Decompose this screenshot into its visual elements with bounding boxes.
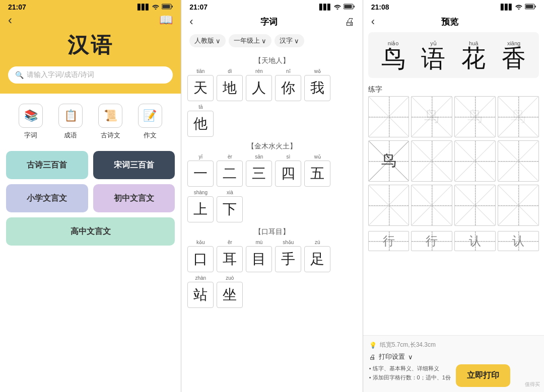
- practice-cell: 行: [411, 231, 452, 251]
- chengYu-icon: 📋: [58, 104, 83, 128]
- footer-bullets: • 练字、基本释义、详细释义 • 添加田字格行数：0；适中、1份: [369, 364, 451, 382]
- char-item[interactable]: dì 地: [217, 68, 243, 101]
- menu-ziCi[interactable]: 📚 字词: [19, 104, 43, 140]
- char-item[interactable]: rén 人: [246, 68, 272, 101]
- zuoWen-icon: 📝: [138, 104, 162, 128]
- watermark: 值得买: [525, 381, 540, 388]
- app-title: 汉语: [67, 31, 114, 59]
- svg-rect-8: [535, 6, 536, 8]
- filter-publisher[interactable]: 人教版 ∨: [189, 34, 226, 47]
- print-icon[interactable]: 🖨: [345, 16, 355, 28]
- wifi-icon-2: [333, 4, 342, 11]
- nav-bar-2: ‹ 字词 🖨: [181, 13, 362, 32]
- signal-icon-3: ▋▋▋: [501, 4, 513, 11]
- char-item[interactable]: shǒu 手: [275, 240, 301, 272]
- char-item[interactable]: sì 四: [275, 154, 301, 187]
- btn-xiaoxue[interactable]: 小学文言文: [6, 184, 88, 212]
- status-icons-3: ▋▋▋: [501, 4, 536, 11]
- battery-icon-2: [344, 4, 355, 11]
- char-item[interactable]: mù 目: [246, 240, 272, 272]
- char-item[interactable]: wǔ 五: [304, 154, 330, 187]
- btn-chuzhong[interactable]: 初中文言文: [93, 184, 175, 212]
- char-item[interactable]: kǒu 口: [187, 240, 214, 272]
- chars-grid-1b: tā 他: [187, 104, 356, 137]
- time-3: 21:08: [371, 3, 389, 11]
- char-item[interactable]: tā 他: [187, 104, 214, 137]
- practice-cell: 认: [498, 231, 539, 251]
- char-item[interactable]: nǐ 你: [275, 68, 301, 101]
- paper-info: 💡 纸宽5.7cm,长34.3cm: [369, 341, 538, 349]
- practice-cell: [368, 185, 410, 226]
- back-icon[interactable]: ‹: [8, 13, 12, 27]
- ziCi-panel: 21:07 ▋▋▋ ‹ 字词 🖨 人教版 ∨ 一年级上 ∨ 汉字 ∨: [181, 0, 362, 392]
- svg-rect-5: [354, 6, 355, 8]
- char-item[interactable]: ěr 耳: [217, 240, 243, 272]
- guShiWen-icon: 📜: [98, 104, 122, 128]
- practice-cell: 鸟: [411, 96, 452, 137]
- char-item[interactable]: shàng 上: [187, 190, 214, 222]
- filters: 人教版 ∨ 一年级上 ∨ 汉字 ∨: [181, 32, 362, 51]
- practice-label: 练字: [368, 82, 539, 96]
- book-icon[interactable]: 📖: [159, 14, 173, 27]
- filter-grade[interactable]: 一年级上 ∨: [229, 34, 271, 47]
- menu-chengYu[interactable]: 📋 成语: [58, 104, 83, 140]
- svg-rect-1: [163, 5, 170, 9]
- practice-cell: 鸟: [454, 96, 496, 137]
- section-header-1: 【天地人】: [187, 51, 356, 68]
- practice-grid-3: [368, 185, 539, 229]
- practice-cell: [498, 185, 539, 226]
- search-bar[interactable]: 🔍 请输入字词/成语/诗词: [8, 66, 173, 84]
- section-header-2: 【金木水火土】: [187, 137, 356, 154]
- char-item[interactable]: xià 下: [217, 190, 243, 222]
- char-item[interactable]: sān 三: [246, 154, 272, 187]
- char-item[interactable]: zhàn 站: [187, 275, 214, 308]
- battery-icon: [162, 4, 173, 11]
- char-item[interactable]: èr 二: [217, 154, 243, 187]
- svg-rect-2: [172, 6, 173, 8]
- print-settings-row[interactable]: 🖨 打印设置 ∨: [369, 352, 538, 361]
- ziCi-icon: 📚: [19, 104, 43, 128]
- practice-cell: [498, 140, 539, 182]
- chars-grid-3: kǒu 口 ěr 耳 mù 目 shǒu 手 zú 足: [187, 240, 356, 272]
- search-placeholder: 请输入字词/成语/诗词: [27, 70, 94, 80]
- filter-type[interactable]: 汉字 ∨: [275, 34, 304, 47]
- chars-grid-3b: zhàn 站 zuò 坐: [187, 275, 356, 308]
- preview-char-niao: niǎo 鸟: [381, 40, 405, 71]
- wifi-icon: [152, 4, 160, 11]
- svg-rect-4: [344, 5, 352, 9]
- section-header-3: 【口耳目】: [187, 222, 356, 240]
- chars-grid-2: yī 一 èr 二 sān 三 sì 四 wǔ 五: [187, 154, 356, 187]
- preview-chars-header: niǎo 鸟 yǔ 语 huā 花 xiāng 香: [368, 32, 539, 78]
- btn-songci[interactable]: 宋词三百首: [93, 151, 175, 179]
- char-item[interactable]: tiān 天: [187, 68, 214, 101]
- btn-gaozhong[interactable]: 高中文言文: [6, 217, 175, 246]
- chars-grid-1: tiān 天 dì 地 rén 人 nǐ 你 wǒ 我: [187, 68, 356, 101]
- practice-cell: 鸟: [498, 96, 539, 137]
- practice-cell: [411, 185, 452, 226]
- preview-scroll[interactable]: niǎo 鸟 yǔ 语 huā 花 xiāng 香 练字: [363, 32, 544, 335]
- preview-char-xiang: xiāng 香: [502, 40, 526, 71]
- back-button-3[interactable]: ‹: [371, 15, 375, 28]
- preview-panel: 21:08 ▋▋▋ ‹ 预览 niǎo 鸟 yǔ 语: [363, 0, 544, 392]
- char-item[interactable]: wǒ 我: [304, 68, 330, 101]
- chars-scroll[interactable]: 【天地人】 tiān 天 dì 地 rén 人 nǐ 你 wǒ 我: [181, 51, 362, 392]
- practice-cell: [368, 96, 410, 137]
- chevron-icon: ∨: [408, 353, 413, 361]
- print-button[interactable]: 立即打印: [456, 364, 510, 387]
- practice-cell: [454, 185, 496, 226]
- char-item[interactable]: yī 一: [187, 154, 214, 187]
- practice-cell: 鸟: [368, 140, 410, 182]
- char-item[interactable]: zú 足: [304, 240, 330, 272]
- btn-gushi[interactable]: 古诗三百首: [6, 151, 88, 179]
- status-bar-1: 21:07 ▋▋▋: [0, 0, 181, 13]
- preview-char-yu: yǔ 语: [421, 40, 445, 71]
- preview-char-hua: huā 花: [461, 40, 486, 71]
- menu-zuoWen[interactable]: 📝 作文: [138, 104, 162, 140]
- wifi-icon-3: [515, 4, 523, 11]
- back-button-2[interactable]: ‹: [189, 15, 193, 28]
- svg-rect-7: [525, 5, 533, 9]
- menu-guShiWen[interactable]: 📜 古诗文: [98, 104, 122, 140]
- status-bar-3: 21:08 ▋▋▋: [363, 0, 544, 13]
- search-icon: 🔍: [15, 71, 24, 79]
- char-item[interactable]: zuò 坐: [217, 275, 243, 308]
